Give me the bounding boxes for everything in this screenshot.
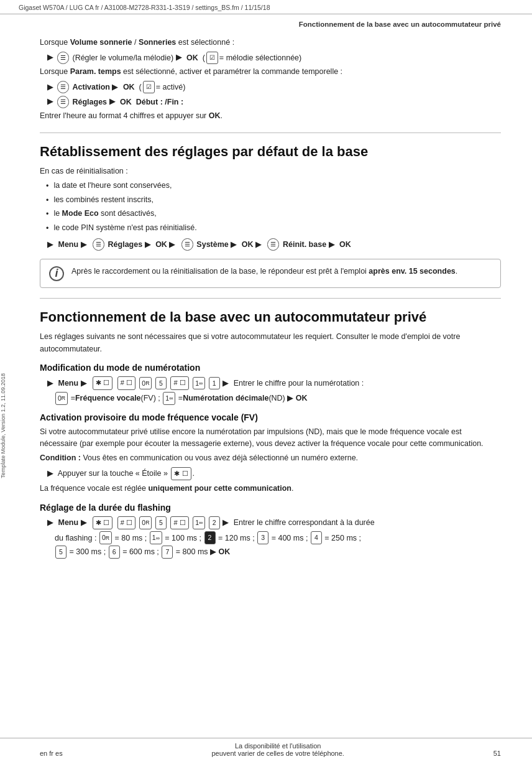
divider-2 — [40, 298, 501, 299]
key-hash-2: # ☐ — [170, 376, 188, 390]
arrow-icon-2: ▶ — [47, 81, 53, 94]
footer-left: en fr es — [40, 750, 63, 757]
section-heading-right: Fonctionnement de la base avec un autoco… — [40, 21, 501, 28]
arrow-icon-reset-3: ▶ — [145, 238, 151, 251]
ok-reset-2: OK — [242, 238, 254, 251]
arrow-icon-reset-4: ▶ — [169, 238, 175, 251]
numerotation-values: 0R = Fréquence vocale (FV) ; 1∞ = Numéro… — [55, 392, 501, 405]
ok-2: OK — [121, 81, 137, 93]
bullet-2: • les combinés restent inscrits, — [46, 194, 501, 207]
icon-systeme: ☰ — [181, 238, 193, 251]
flashing-values-2: 5 = 300 ms ; 6 = 600 ms ; 7 = 800 ms ▶ O… — [55, 546, 501, 559]
key-6-flash: 6 — [109, 546, 120, 559]
reset-intro: En cas de réinitialisation : — [40, 165, 501, 177]
bullet-text-2: les combinés restent inscrits, — [53, 194, 153, 206]
key-hash-1: # ☐ — [117, 376, 135, 390]
key-1-flash: 1∞ — [150, 531, 162, 544]
arrow-icon-flash-2: ▶ — [81, 516, 87, 529]
icon-menu-1: ☰ — [57, 52, 69, 64]
arrow-icon-num-2: ▶ — [81, 377, 87, 390]
arrow-icon-flash: ▶ — [47, 516, 53, 529]
pbx-title: Fonctionnement de la base avec un autoco… — [40, 309, 501, 327]
arrow-icon-reset-5: ▶ — [231, 238, 237, 251]
arrow-icon-reset-2: ▶ — [81, 238, 87, 251]
arrow-reset-menu: ▶ Menu ▶ ☰ Réglages ▶ OK ▶ ☰ Système ▶ O… — [47, 238, 501, 251]
key-2-f: 2 — [209, 516, 220, 529]
key-star-1: ✱ ☐ — [93, 376, 112, 390]
key-5-1: 5 — [155, 377, 167, 390]
divider-1 — [40, 132, 501, 133]
bullet-dot-4: • — [46, 223, 48, 235]
para-volume: Lorsque Volume sonnerie / Sonneries est … — [40, 37, 501, 49]
key-4-flash: 4 — [311, 531, 322, 544]
header-bar: Gigaset W570A / LUG CA fr / A31008-M2728… — [0, 0, 532, 14]
para-param-temps: Lorsque Param. temps est sélectionné, ac… — [40, 66, 501, 78]
key-5-flash: 5 — [55, 546, 66, 559]
arrow-numerotation: ▶ Menu ▶ ✱ ☐ # ☐ 0R 5 # ☐ 1∞ 1 ▶ Entrer … — [47, 376, 501, 390]
info-box: i Après le raccordement ou la réinitiali… — [40, 259, 501, 288]
footer-center: La disponibilité et l'utilisation peuven… — [212, 742, 344, 757]
key-2-flash: 2 — [204, 531, 216, 544]
key-hash-f1: # ☐ — [117, 516, 135, 530]
footer-center-line2: peuvent varier de celles de votre téléph… — [212, 750, 344, 757]
pbx-intro: Les réglages suivants ne sont nécessaire… — [40, 331, 501, 355]
arrow-icon-num-3: ▶ — [222, 377, 229, 390]
bullet-text-1: la date et l'heure sont conservées, — [53, 180, 172, 192]
content-area: Fonctionnement de la base avec un autoco… — [9, 14, 532, 573]
bullet-dot-2: • — [46, 195, 48, 207]
arrow-icon-1b: ▶ — [176, 51, 182, 64]
key-0-1: 0R — [139, 377, 152, 390]
key-star-f1: ✱ ☐ — [93, 516, 112, 530]
page-wrapper: Template Module, Version 1.2, 11.09.2018… — [0, 0, 532, 767]
arrow-icon-reset-6: ▶ — [255, 238, 262, 251]
key-1-1: 1∞ — [193, 377, 205, 390]
info-icon: i — [49, 266, 64, 281]
bullet-3: • le Mode Eco sont désactivés, — [46, 208, 501, 220]
footer: en fr es La disponibilité et l'utilisati… — [0, 738, 532, 757]
ok-3: OK — [118, 96, 134, 108]
key-hash-f2: # ☐ — [170, 516, 188, 530]
key-1-2: 1 — [209, 377, 220, 390]
icon-reinit: ☰ — [267, 238, 279, 251]
arrow-icon-num: ▶ — [47, 377, 53, 390]
icon-menu-3: ☰ — [57, 96, 69, 108]
reset-title: Rétablissement des réglages par défaut d… — [40, 143, 501, 161]
key-5-f: 5 — [155, 516, 167, 529]
arrow-icon-1: ▶ — [47, 51, 53, 64]
bullet-dot-1: • — [46, 180, 48, 192]
ok-flash: OK — [219, 546, 231, 558]
ok-reset-1: OK — [155, 238, 167, 251]
arrow-etoile: ▶ Appuyer sur la touche « Étoile » ✱ ☐. — [47, 467, 501, 481]
ok-1: OK — [185, 52, 201, 64]
subsection2-result: La fréquence vocale est réglée uniquemen… — [40, 483, 501, 495]
arrow-icon-flash-4: ▶ — [210, 546, 216, 558]
arrow-icon-etoile: ▶ — [47, 467, 53, 480]
key-0-flash: 0R — [99, 531, 112, 544]
icon-check-1: ☑ — [206, 52, 218, 64]
bullet-dot-3: • — [46, 208, 48, 220]
arrow-flashing: ▶ Menu ▶ ✱ ☐ # ☐ 0R 5 # ☐ 1∞ 2 ▶ Entrer … — [47, 516, 501, 530]
header-left: Gigaset W570A / LUG CA fr / A31008-M2728… — [19, 4, 270, 11]
flashing-values-1: du flashing : 0R = 80 ms ; 1∞ = 100 ms ;… — [55, 531, 501, 544]
icon-menu-2: ☰ — [57, 81, 69, 93]
key-0-fv: 0R — [55, 392, 68, 405]
bullet-text-3: le Mode Eco sont désactivés, — [53, 208, 156, 220]
key-1-nd: 1∞ — [163, 392, 175, 405]
sidebar-text: Template Module, Version 1.2, 11.09.2018 — [0, 373, 7, 478]
key-7-flash: 7 — [162, 546, 173, 559]
arrow-icon-num-4: ▶ — [287, 392, 293, 404]
arrow-icon-3b: ▶ — [109, 95, 116, 108]
para-heure: Entrer l'heure au format 4 chiffres et a… — [40, 110, 501, 122]
icon-menu-reset: ☰ — [93, 238, 104, 251]
subsection2-cond: Condition : Vous êtes en communication o… — [40, 452, 501, 464]
bullet-4: • le code PIN système n'est pas réinitia… — [46, 222, 501, 235]
arrow-reglages: ▶ ☰ Réglages ▶ OK Début : /Fin : — [47, 95, 501, 108]
arrow-icon-2b: ▶ — [112, 81, 118, 94]
key-1-f: 1∞ — [193, 516, 205, 529]
arrow-activation: ▶ ☰ Activation ▶ OK (☑= activé) — [47, 81, 501, 94]
arrow-volume-1: ▶ ☰ (Régler le volume/la mélodie) ▶ OK (… — [47, 51, 501, 64]
ok-reset-3: OK — [339, 238, 351, 251]
bullet-1: • la date et l'heure sont conservées, — [46, 180, 501, 192]
subsection2-para: Si votre autocommutateur privé utilise e… — [40, 426, 501, 450]
key-0-f: 0R — [139, 516, 152, 529]
